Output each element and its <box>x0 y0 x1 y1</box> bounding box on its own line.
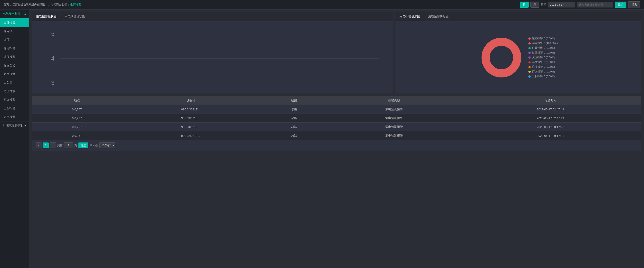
date-input[interactable] <box>548 2 575 8</box>
col-alarm-time: 报警时间 <box>460 96 641 105</box>
cell-alarm-type: 漏电监测预警 <box>328 105 460 114</box>
legend-overcurrent: 过载过流 0 (0.00%) <box>528 46 558 50</box>
pie-chart-panel: 用电报警饼形图 用电预警饼形图 <box>396 12 641 93</box>
cell-location: 0,0,267 <box>32 122 122 131</box>
sidebar-title: 电气安全监管 <box>3 12 20 16</box>
sidebar-item-all-alarms[interactable]: 全部报警 <box>0 18 29 27</box>
energy-section-icon: ⣿ <box>3 124 5 127</box>
current-page-button[interactable]: 1 <box>43 143 49 148</box>
col-location: 地点 <box>32 96 122 105</box>
legend-label-three-phase: 三相报警 0 (0.00%) <box>532 75 555 78</box>
cell-alarm-time: 2023-05-17 02:47:49 <box>460 114 641 122</box>
table-row: 0,0,267 98CC4D21E... 总路 漏电监测预警 2023-05-1… <box>32 122 641 131</box>
svg-text:3: 3 <box>51 79 54 86</box>
legend-leakage: 漏电报警 2 (100.00%) <box>528 42 558 45</box>
data-table-panel: 地点 设备号 线路 报警类型 报警时间 0,0,267 98CC4D21E...… <box>32 96 641 151</box>
data-table: 地点 设备号 线路 报警类型 报警时间 0,0,267 98CC4D21E...… <box>32 96 641 140</box>
pagination: ‹ 1 › 到第 页 确定 共 4 条 10条/页 20条/页 50条/页 <box>32 140 641 151</box>
legend-label-surge: 浪涌报警 0 (0.00%) <box>532 65 555 69</box>
energy-section-label: 智慧能源管理 <box>6 124 22 127</box>
page-size-select[interactable]: 10条/页 20条/页 50条/页 <box>99 143 115 148</box>
sidebar-header: 电气安全监管 ▲ <box>0 10 29 18</box>
sidebar-item-short-circuit[interactable]: 短路报警 <box>0 70 29 78</box>
device-search-input[interactable] <box>577 2 613 8</box>
cell-line: 总路 <box>260 105 328 114</box>
bar-chart-svg: 5 4 3 2 1 0 0 短路报警 2 漏电报警 <box>34 24 389 93</box>
breadcrumb-home[interactable]: 首页 <box>4 3 9 7</box>
bar-tab-alarm[interactable]: 用电报警柱状图 <box>32 12 60 21</box>
total-count: 共 4 条 <box>90 144 98 148</box>
export-button[interactable]: 导出 <box>628 1 640 8</box>
donut-chart <box>479 35 524 80</box>
cell-alarm-type: 漏电监测预警 <box>328 122 460 131</box>
sidebar-item-three-phase[interactable]: 三相报警 <box>0 104 29 113</box>
svg-text:5: 5 <box>51 31 54 37</box>
donut-svg <box>479 35 524 80</box>
day-button[interactable]: 日 <box>520 2 529 8</box>
bar-tab-warning[interactable]: 用电预警柱状图 <box>60 12 89 21</box>
legend-label-temp: 温度报警 0 (0.00%) <box>532 61 555 64</box>
cell-alarm-time: 2023-05-17 00:17:21 <box>460 131 641 140</box>
month-button[interactable]: 月 <box>530 2 539 8</box>
page-suffix: 页 <box>74 144 77 148</box>
sidebar-item-arc[interactable]: 打火报警 <box>0 95 29 104</box>
sidebar-item-theft[interactable]: 窃电报警 <box>0 113 29 121</box>
cell-alarm-time: 2023-05-17 00:17:21 <box>460 122 641 131</box>
cell-device: 98CC4D21E... <box>122 114 260 122</box>
sidebar-item-leakage-alarm[interactable]: 漏电报警 <box>0 44 29 53</box>
col-line: 线路 <box>260 96 328 105</box>
sidebar-item-temp-alarm[interactable]: 温度报警 <box>0 53 29 61</box>
pie-tab-alarm[interactable]: 用电报警饼形图 <box>396 12 424 21</box>
cell-line: 总路 <box>260 131 328 140</box>
sidebar-item-temperature[interactable]: 温度 <box>0 36 29 44</box>
bar-chart-tabs: 用电报警柱状图 用电预警柱状图 <box>32 12 393 22</box>
breadcrumb-sep3: / <box>68 3 69 6</box>
pie-body: 短路报警 0 (0.00%) 漏电报警 2 (100.00%) 过载过流 0 (… <box>396 22 641 93</box>
breadcrumb-safety[interactable]: 电气安全监管 <box>51 3 67 7</box>
legend-three-phase: 三相报警 0 (0.00%) <box>528 75 558 78</box>
search-button[interactable]: 查找 <box>615 2 626 8</box>
legend-surge: 浪涌报警 0 (0.00%) <box>528 65 558 69</box>
legend-dot-three-phase <box>528 75 531 78</box>
topbar-controls: 日 月 日期 查找 导出 <box>520 1 640 8</box>
sidebar-collapse-icon[interactable]: ▲ <box>24 12 26 16</box>
main-layout: 电气安全监管 ▲ 全部报警 漏电流 温度 漏电报警 温度报警 漏保自检 短路报警… <box>0 10 644 268</box>
cell-line: 总路 <box>260 114 328 122</box>
topbar: 首页 / 江苏星悦物联网股份有限限... / 电气安全监管 / 全部报警 日 月… <box>0 0 644 10</box>
go-to-label: 到第 <box>57 144 63 148</box>
charts-row: 用电报警柱状图 用电预警柱状图 5 4 3 <box>32 12 641 93</box>
breadcrumb-sep2: / <box>48 3 49 6</box>
cell-device: 98CC4D21E... <box>122 122 260 131</box>
legend-temp: 温度报警 0 (0.00%) <box>528 61 558 64</box>
go-to-page-button[interactable]: 确定 <box>78 143 88 148</box>
legend-label-overcurrent: 过载过流 0 (0.00%) <box>532 46 555 50</box>
legend-short-circuit: 短路报警 0 (0.00%) <box>528 37 558 40</box>
prev-page-button[interactable]: ‹ <box>36 143 42 148</box>
table-row: 0,0,267 98CC4D21E... 总路 漏电监测报警 2023-05-1… <box>32 114 641 122</box>
next-page-button[interactable]: › <box>50 143 56 148</box>
table-row: 0,0,267 98CC4D21E... 总路 漏电监测预警 2023-05-1… <box>32 105 641 114</box>
legend-label-leakage: 漏电报警 2 (100.00%) <box>532 42 558 45</box>
page-number-input[interactable] <box>64 143 73 148</box>
cell-device: 98CC4D21E... <box>122 131 260 140</box>
table-row: 0,0,267 98CC4D21E... 总路 漏电监测报警 2023-05-1… <box>32 131 641 140</box>
breadcrumb: 首页 / 江苏星悦物联网股份有限限... / 电气安全监管 / 全部报警 <box>4 3 518 7</box>
breadcrumb-company[interactable]: 江苏星悦物联网股份有限限... <box>12 3 47 7</box>
date-label: 日期 <box>541 3 546 7</box>
legend-label-overvoltage: 过压报警 0 (0.00%) <box>532 51 555 54</box>
sidebar-item-overcurrent[interactable]: 过流过载 <box>0 87 29 95</box>
legend-dot-arc <box>528 71 531 73</box>
legend-dot-short <box>528 38 531 40</box>
sidebar-item-self-check[interactable]: 漏保自检 <box>0 61 29 70</box>
sidebar: 电气安全监管 ▲ 全部报警 漏电流 温度 漏电报警 温度报警 漏保自检 短路报警… <box>0 10 29 268</box>
cell-line: 总路 <box>260 122 328 131</box>
sidebar-item-leakage-current[interactable]: 漏电流 <box>0 27 29 36</box>
pie-tab-warning[interactable]: 用电预警饼形图 <box>424 12 453 21</box>
sidebar-energy-section[interactable]: ⣿ 智慧能源管理 ▼ <box>0 121 29 130</box>
main-content: 用电报警柱状图 用电预警柱状图 5 4 3 <box>29 10 644 268</box>
legend-dot-surge <box>528 66 531 68</box>
breadcrumb-sep1: / <box>10 3 11 6</box>
table-header-row: 地点 设备号 线路 报警类型 报警时间 <box>32 96 641 105</box>
sidebar-item-over-under-voltage[interactable]: 过欠压 <box>0 78 29 87</box>
cell-location: 0,0,267 <box>32 105 122 114</box>
